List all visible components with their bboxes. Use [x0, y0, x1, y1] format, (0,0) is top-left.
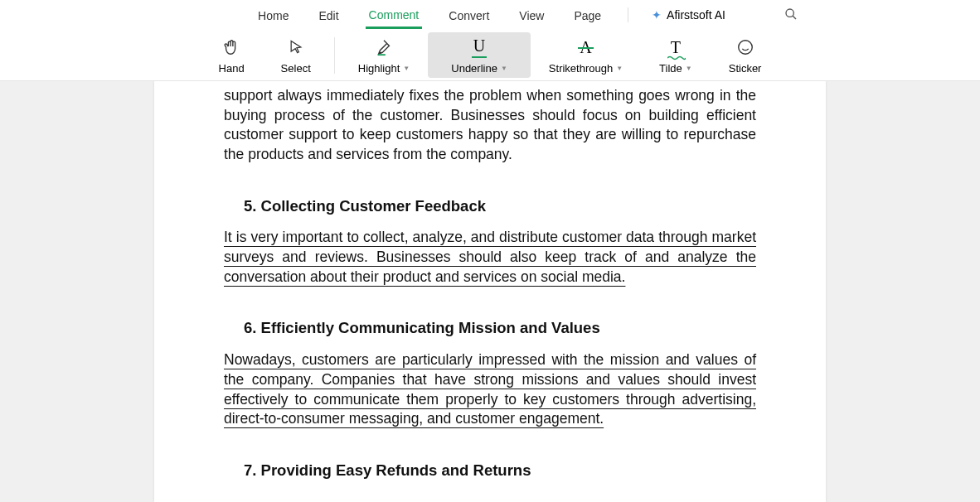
- heading-5: 5. Collecting Customer Feedback: [244, 196, 756, 217]
- paragraph-5: It is very important to collect, analyze…: [224, 228, 756, 287]
- strikethrough-icon: A: [580, 36, 591, 59]
- highlighter-icon: [375, 36, 393, 59]
- highlight-tool[interactable]: Highlight ▼: [340, 32, 429, 78]
- hand-label: Hand: [219, 62, 245, 75]
- menu-home[interactable]: Home: [255, 2, 292, 27]
- strikethrough-tool[interactable]: A Strikethrough ▼: [531, 32, 641, 78]
- paragraph-6: Nowadays, customers are particularly imp…: [224, 350, 756, 429]
- menu-convert[interactable]: Convert: [445, 2, 492, 27]
- search-icon[interactable]: [784, 7, 798, 23]
- underline-tool[interactable]: U Underline ▼: [428, 32, 531, 78]
- hand-tool[interactable]: Hand: [201, 32, 263, 78]
- sticker-icon: [736, 36, 754, 59]
- strikethrough-label: Strikethrough: [549, 62, 613, 75]
- toolbar-divider: [334, 37, 335, 74]
- select-tool[interactable]: Select: [263, 32, 329, 78]
- hand-icon: [222, 36, 240, 59]
- chevron-down-icon: ▼: [403, 65, 410, 72]
- chevron-down-icon: ▼: [686, 65, 692, 72]
- toolbar: Hand Select Highlight ▼ U Underline ▼ A …: [0, 30, 980, 81]
- menu-divider: [628, 7, 628, 22]
- chevron-down-icon: ▼: [501, 65, 507, 72]
- document-page: support always immediately fixes the pro…: [154, 81, 826, 502]
- paragraph-fragment: support always immediately fixes the pro…: [224, 86, 756, 165]
- heading-6: 6. Efficiently Communicating Mission and…: [244, 318, 756, 339]
- document-viewport[interactable]: support always immediately fixes the pro…: [0, 81, 980, 502]
- heading-7: 7. Providing Easy Refunds and Returns: [244, 461, 756, 481]
- menu-comment[interactable]: Comment: [366, 2, 423, 29]
- tilde-label: Tilde: [659, 62, 682, 75]
- svg-line-1: [793, 16, 796, 19]
- menu-view[interactable]: View: [516, 2, 547, 27]
- select-label: Select: [281, 62, 311, 75]
- chevron-down-icon: ▼: [616, 65, 623, 72]
- underline-label: Underline: [451, 62, 497, 75]
- ai-brand[interactable]: ✦ Afirstsoft AI: [652, 8, 725, 22]
- tilde-tool[interactable]: T Tilde ▼: [641, 32, 711, 78]
- sparkle-icon: ✦: [652, 8, 662, 22]
- svg-point-3: [738, 41, 752, 55]
- tilde-icon: T: [671, 36, 681, 59]
- menu-page[interactable]: Page: [570, 2, 604, 27]
- highlight-label: Highlight: [358, 62, 400, 75]
- main-menu: Home Edit Comment Convert View Page ✦ Af…: [0, 0, 980, 30]
- sticker-label: Sticker: [729, 62, 762, 75]
- cursor-icon: [288, 36, 304, 59]
- underline-icon: U: [472, 36, 487, 59]
- sticker-tool[interactable]: Sticker: [711, 32, 780, 78]
- menu-edit[interactable]: Edit: [315, 2, 342, 27]
- svg-point-0: [786, 9, 793, 17]
- ai-label: Afirstsoft AI: [667, 8, 725, 22]
